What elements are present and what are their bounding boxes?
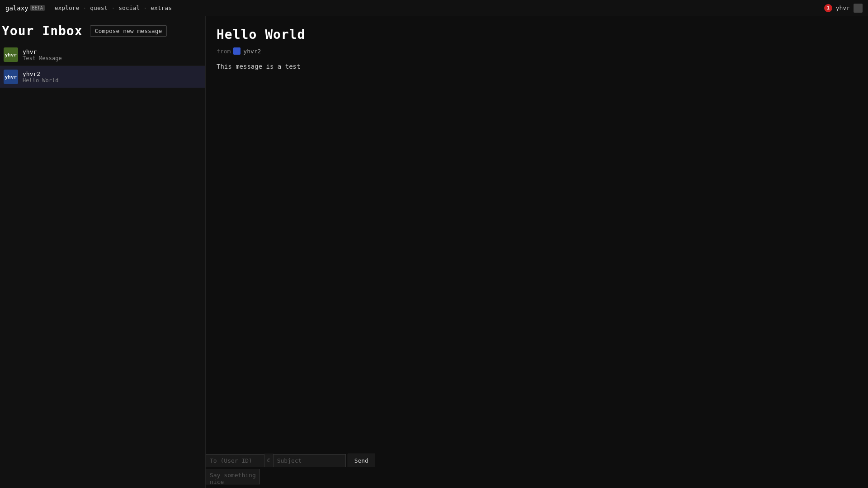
message-body: This message is a test bbox=[217, 62, 857, 71]
notification-badge[interactable]: 1 bbox=[824, 4, 832, 12]
message-item-active[interactable]: yhvr yhvr2 Hello World bbox=[0, 66, 205, 88]
nav-link-explore[interactable]: explore bbox=[52, 5, 82, 11]
message-from: from yhvr2 bbox=[217, 47, 857, 55]
from-label: from bbox=[217, 48, 231, 55]
body-textarea[interactable] bbox=[206, 469, 260, 484]
message-view: Hello World from yhvr2 This message is a… bbox=[206, 16, 868, 448]
message-content-1: yhvr Test Message bbox=[23, 48, 202, 61]
nav-link-extras[interactable]: extras bbox=[148, 5, 175, 11]
user-name: yhvr bbox=[836, 5, 850, 11]
message-subject-1: Test Message bbox=[23, 55, 202, 61]
nav-right: 1 yhvr bbox=[824, 4, 863, 13]
avatar-1: yhvr bbox=[4, 47, 18, 62]
message-panel: Hello World from yhvr2 This message is a… bbox=[206, 16, 868, 488]
send-button[interactable]: Send bbox=[348, 454, 375, 467]
top-nav: galaxy BETA explore · quest · social · e… bbox=[0, 0, 868, 16]
from-avatar-icon bbox=[233, 47, 241, 55]
message-item[interactable]: yhvr yhvr Test Message bbox=[0, 44, 205, 66]
message-subject-2: Hello World bbox=[23, 77, 202, 84]
nav-dot-3: · bbox=[142, 5, 148, 11]
inbox-panel: Your Inbox Compose new message yhvr yhvr… bbox=[0, 16, 206, 488]
cc-button[interactable]: C bbox=[264, 454, 274, 467]
avatar-2: yhvr bbox=[4, 70, 18, 84]
compose-row-2 bbox=[206, 469, 868, 484]
message-sender-2: yhvr2 bbox=[23, 70, 202, 77]
message-title: Hello World bbox=[217, 27, 857, 42]
beta-badge: BETA bbox=[30, 5, 45, 11]
message-list: yhvr yhvr Test Message yhvr yhvr2 Hello … bbox=[0, 44, 205, 488]
user-avatar bbox=[854, 4, 863, 13]
to-input[interactable] bbox=[206, 454, 264, 467]
compose-area: C Send bbox=[206, 448, 868, 488]
nav-dot-1: · bbox=[82, 5, 87, 11]
nav-link-quest[interactable]: quest bbox=[87, 5, 110, 11]
message-content-2: yhvr2 Hello World bbox=[23, 70, 202, 84]
compose-button[interactable]: Compose new message bbox=[90, 25, 167, 37]
nav-link-social[interactable]: social bbox=[116, 5, 142, 11]
inbox-title: Your Inbox bbox=[2, 23, 83, 38]
inbox-header: Your Inbox Compose new message bbox=[0, 16, 205, 44]
nav-brand: galaxy BETA bbox=[5, 5, 45, 12]
subject-input[interactable] bbox=[274, 454, 346, 467]
compose-row-1: C Send bbox=[206, 452, 868, 469]
nav-links: explore · quest · social · extras bbox=[52, 5, 175, 11]
nav-dot-2: · bbox=[110, 5, 116, 11]
main-layout: Your Inbox Compose new message yhvr yhvr… bbox=[0, 16, 868, 488]
message-sender-1: yhvr bbox=[23, 48, 202, 55]
brand-name: galaxy bbox=[5, 5, 28, 12]
from-user: yhvr2 bbox=[243, 48, 261, 55]
